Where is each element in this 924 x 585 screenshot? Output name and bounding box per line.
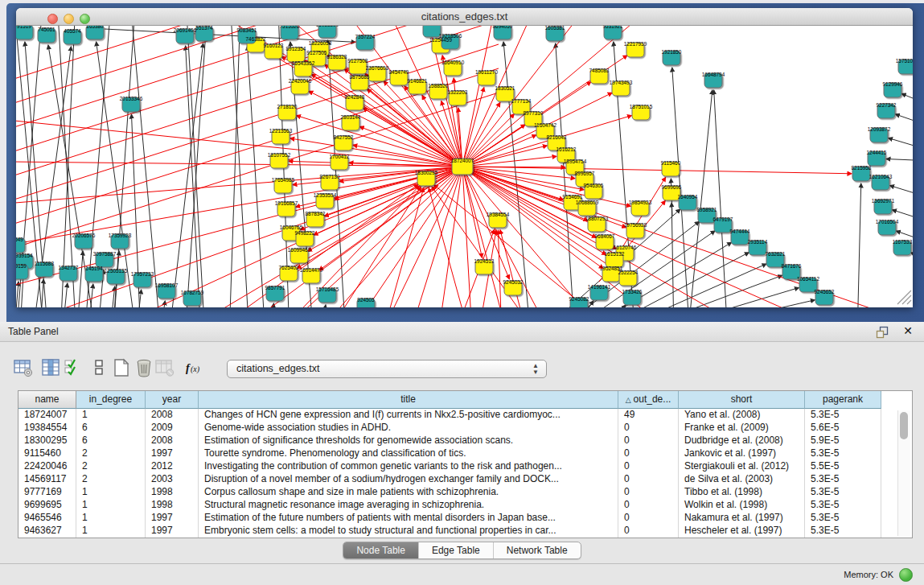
table-row[interactable]: 977716911998Corpus callosum shape and si… bbox=[18, 486, 912, 499]
graph-edge bbox=[169, 43, 203, 307]
graph-node-label: 18954754 bbox=[564, 159, 587, 164]
table-cell: Yano et al. (2008) bbox=[679, 409, 805, 422]
network-canvas[interactable]: 1872400718300295746382291601238912354182… bbox=[16, 26, 913, 307]
table-cell: 0 bbox=[618, 447, 679, 460]
graph-node-label: 8875685 bbox=[350, 74, 370, 80]
function-builder-icon[interactable]: f (x) bbox=[183, 357, 204, 378]
table-selector-dropdown[interactable]: citations_edges.txt ▲▼ bbox=[227, 360, 547, 378]
column-header-title[interactable]: title bbox=[199, 391, 618, 409]
close-panel-icon[interactable]: ✕ bbox=[903, 324, 913, 337]
table-cell: Genome-wide association studies in ADHD. bbox=[199, 422, 618, 435]
table-panel-header: Table Panel ✕ bbox=[0, 322, 924, 342]
delete-column-icon[interactable] bbox=[133, 357, 154, 378]
table-cell: 9115460 bbox=[18, 447, 76, 460]
column-header-pagerank[interactable]: pagerank bbox=[805, 391, 881, 409]
table-cell: 2 bbox=[76, 460, 146, 473]
graph-edge bbox=[888, 138, 913, 151]
tab-network-table[interactable]: Network Table bbox=[494, 542, 581, 558]
column-visibility-icon[interactable] bbox=[40, 357, 61, 378]
table-cell: 9699695 bbox=[18, 499, 76, 512]
delete-table-icon[interactable] bbox=[154, 357, 175, 378]
graph-node-label: 16120746 bbox=[614, 245, 637, 250]
table-row[interactable]: 969969511998Structural magnetic resonanc… bbox=[18, 499, 912, 512]
graph-edge bbox=[462, 167, 913, 307]
graph-node-label: 1115688 bbox=[35, 261, 54, 266]
table-row[interactable]: 946554611997Estimation of the future num… bbox=[18, 512, 912, 525]
table-cell: 5.3E-5 bbox=[805, 447, 881, 460]
graph-node-label: 16648794 bbox=[702, 72, 725, 77]
resize-grip[interactable] bbox=[897, 290, 911, 304]
graph-node-label: 16053809 bbox=[316, 26, 339, 27]
graph-node-label: 18107552 bbox=[268, 152, 291, 158]
column-header-in_degree[interactable]: in_degree bbox=[76, 391, 146, 409]
table-cell: 1998 bbox=[146, 486, 199, 499]
graph-node-label: 2718120 bbox=[277, 104, 298, 109]
window-titlebar[interactable]: citations_edges.txt bbox=[16, 8, 913, 26]
tab-edge-table[interactable]: Edge Table bbox=[419, 542, 494, 558]
table-row[interactable]: 1830029562008Estimation of significance … bbox=[18, 435, 912, 447]
graph-node-label: 17016504 bbox=[876, 219, 899, 225]
table-cell: 1997 bbox=[146, 447, 199, 460]
table-scrollbar[interactable] bbox=[897, 410, 910, 536]
column-header-year[interactable]: year bbox=[146, 391, 199, 409]
table-cell: 0 bbox=[618, 486, 679, 499]
table-cell: 5.3E-5 bbox=[805, 473, 881, 486]
column-header-out_de[interactable]: △out_de... bbox=[618, 391, 679, 409]
graph-node-label: 19384554 bbox=[487, 212, 510, 217]
graph-node-label: 9857791 bbox=[265, 285, 285, 290]
graph-node-label: 8186328 bbox=[327, 54, 347, 60]
table-cell: 2003 bbox=[146, 473, 199, 486]
row-height-icon[interactable] bbox=[88, 357, 109, 378]
table-cell: 1 bbox=[76, 525, 146, 538]
table-cell: Wolkin et al. (1998) bbox=[679, 499, 805, 512]
table-cell: 6 bbox=[76, 422, 146, 435]
graph-node-label: 8996957 bbox=[575, 171, 595, 176]
table-cell: 0 bbox=[618, 512, 679, 525]
table-row[interactable]: 2242004622012Investigating the contribut… bbox=[18, 460, 912, 473]
graph-node-label: 1605381 bbox=[545, 26, 565, 31]
graph-edge bbox=[889, 186, 913, 199]
float-window-icon[interactable] bbox=[876, 326, 889, 339]
column-header-short[interactable]: short bbox=[679, 391, 805, 409]
graph-node-label: 20206576 bbox=[72, 233, 96, 238]
table-cell: 5.9E-5 bbox=[805, 435, 881, 447]
network-view-window[interactable]: citations_edges.txt 18724007183002957463… bbox=[16, 8, 913, 307]
table-cell: Nakamura et al. (1997) bbox=[679, 512, 805, 525]
graph-node-label: 8215958 bbox=[852, 165, 872, 171]
table-row[interactable]: 1938455462009Genome-wide association stu… bbox=[18, 422, 912, 435]
graph-node-label: 9083451 bbox=[237, 27, 257, 33]
create-column-icon[interactable] bbox=[111, 357, 132, 378]
table-scrollbar-thumb[interactable] bbox=[900, 412, 908, 439]
table-row[interactable]: 911546021997Tourette syndrome. Phenomeno… bbox=[18, 447, 912, 460]
table-row[interactable]: 946362711997Embryonic stem cells: a mode… bbox=[18, 525, 912, 538]
graph-node-label: 12093872 bbox=[868, 126, 891, 132]
table-settings-icon[interactable] bbox=[13, 357, 34, 378]
graph-edge bbox=[462, 156, 556, 167]
table-cell: 1 bbox=[76, 409, 146, 422]
table-tabs: Node TableEdge TableNetwork Table bbox=[0, 542, 924, 559]
graph-node-label: 7485083 bbox=[589, 68, 610, 73]
graph-node[interactable] bbox=[318, 26, 336, 38]
graph-node-label: 12505135 bbox=[105, 268, 128, 274]
graph-edge bbox=[911, 253, 913, 264]
graph-node-label: 1830521 bbox=[495, 85, 515, 91]
select-all-rows-icon[interactable] bbox=[63, 357, 84, 378]
graph-node-label: 10654112 bbox=[797, 276, 819, 282]
graph-edge bbox=[597, 305, 626, 307]
table-cell: Disruption of a novel member of a sodium… bbox=[199, 473, 618, 486]
table-cell: 1997 bbox=[146, 525, 199, 538]
table-row[interactable]: 1872400712008Changes of HCN gene express… bbox=[18, 409, 912, 422]
column-header-name[interactable]: name bbox=[18, 391, 76, 409]
table-cell: 19384554 bbox=[18, 422, 76, 435]
graph-edge bbox=[229, 26, 249, 307]
graph-node-label: 30975887 bbox=[93, 251, 117, 257]
table-cell: Estimation of significance thresholds fo… bbox=[199, 435, 618, 447]
table-row[interactable]: 1456911722003Disruption of a novel membe… bbox=[18, 473, 912, 486]
graph-node[interactable] bbox=[423, 26, 441, 37]
tab-node-table[interactable]: Node Table bbox=[343, 542, 419, 558]
table-cell: 5.3E-5 bbox=[805, 512, 881, 525]
graph-node-label: 9498222 bbox=[295, 230, 315, 236]
graph-node-label: 91549 bbox=[16, 237, 23, 242]
memory-status-label: Memory: OK bbox=[844, 570, 893, 579]
table-cell: 18724007 bbox=[18, 409, 76, 422]
